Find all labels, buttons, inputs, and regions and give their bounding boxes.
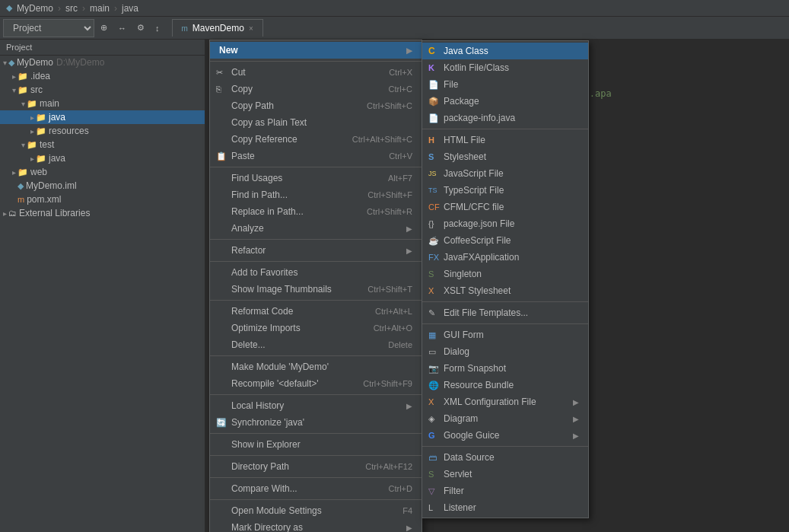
submenu-item-xmlconfig[interactable]: X XML Configuration File ▶ <box>422 393 588 410</box>
menu-item-copyplain[interactable]: Copy as Plain Text <box>210 114 422 131</box>
menu-item-copypath[interactable]: Copy Path Ctrl+Shift+C <box>210 97 422 114</box>
submenu-item-packageinfo-label: package-info.java <box>444 113 515 123</box>
menu-item-replaceinpath[interactable]: Replace in Path... Ctrl+Shift+R <box>210 203 422 220</box>
submenu-item-servlet[interactable]: S Servlet <box>422 466 588 483</box>
submenu-item-kotlinfile-label: Kotlin File/Class <box>444 62 509 73</box>
submenu-sep-2 <box>422 301 588 302</box>
menu-item-modulesettings[interactable]: Open Module Settings F4 <box>210 502 422 519</box>
submenu-item-diagram-label: Diagram <box>444 413 478 424</box>
menu-item-markdirectory[interactable]: Mark Directory as ▶ <box>210 519 422 532</box>
menu-item-localhistory[interactable]: Local History ▶ <box>210 397 422 414</box>
submenu-item-javaclass[interactable]: C Java Class <box>422 43 588 59</box>
submenu-item-guiform[interactable]: ▦ GUI Form <box>422 327 588 343</box>
menu-item-cut[interactable]: ✂ Cut Ctrl+X <box>210 64 422 81</box>
menu-item-recompile-shortcut: Ctrl+Shift+F9 <box>348 379 412 388</box>
submenu-item-javafx[interactable]: FX JavaFXApplication <box>422 249 588 266</box>
menu-item-synchronize[interactable]: 🔄 Synchronize 'java' <box>210 414 422 431</box>
submenu-item-packagejson[interactable]: {} package.json File <box>422 215 588 232</box>
menu-sep-11 <box>210 499 422 500</box>
menu-item-refactor-label: Refactor <box>231 245 266 256</box>
menu-item-addfav[interactable]: Add to Favorites <box>210 264 422 281</box>
menu-item-showinexplorer-label: Show in Explorer <box>231 439 301 450</box>
filter-icon: ▽ <box>428 486 434 496</box>
menu-item-dirpath-label: Directory Path <box>231 461 289 472</box>
submenu-item-packageinfo[interactable]: 📄 package-info.java <box>422 110 588 126</box>
menu-item-copyref-shortcut: Ctrl+Alt+Shift+C <box>337 135 412 144</box>
menu-item-findusages-shortcut: Alt+F7 <box>373 174 412 183</box>
submenu-item-filter-label: Filter <box>444 486 464 496</box>
copy-icon: ⎘ <box>216 84 221 94</box>
submenu-item-resourcebundle[interactable]: 🌐 Resource Bundle <box>422 377 588 393</box>
menu-sep-5 <box>210 300 422 301</box>
listener-icon: L <box>428 503 433 512</box>
menu-item-delete[interactable]: Delete... Delete <box>210 336 422 353</box>
menu-item-analyze[interactable]: Analyze ▶ <box>210 220 422 237</box>
kotlin-icon: K <box>428 63 434 72</box>
menu-item-copy[interactable]: ⎘ Copy Ctrl+C <box>210 81 422 97</box>
submenu-item-htmlfile[interactable]: H HTML File <box>422 132 588 148</box>
menu-item-dirpath[interactable]: Directory Path Ctrl+Alt+F12 <box>210 458 422 475</box>
javaclass-icon: C <box>428 46 435 56</box>
submenu-item-stylesheet[interactable]: S Stylesheet <box>422 148 588 165</box>
menu-item-findinpath[interactable]: Find in Path... Ctrl+Shift+F <box>210 186 422 203</box>
submenu-item-package[interactable]: 📦 Package <box>422 93 588 110</box>
menu-item-findusages[interactable]: Find Usages Alt+F7 <box>210 170 422 186</box>
menu-item-copypath-shortcut: Ctrl+Shift+C <box>352 101 412 110</box>
menu-item-optimize[interactable]: Optimize Imports Ctrl+Alt+O <box>210 320 422 336</box>
menu-item-copyref[interactable]: Copy Reference Ctrl+Alt+Shift+C <box>210 131 422 148</box>
submenu-item-cfml[interactable]: CF CFML/CFC file <box>422 199 588 215</box>
submenu-item-filter[interactable]: ▽ Filter <box>422 483 588 499</box>
submenu-sep-3 <box>422 323 588 324</box>
submenu-item-singleton-label: Singleton <box>444 269 482 279</box>
submenu-item-tsfile-label: TypeScript File <box>444 185 504 196</box>
menu-sep <box>210 61 422 62</box>
menu-item-paste[interactable]: 📋 Paste Ctrl+V <box>210 148 422 164</box>
menu-item-recompile[interactable]: Recompile '<default>' Ctrl+Shift+F9 <box>210 375 422 392</box>
menu-item-dirpath-shortcut: Ctrl+Alt+F12 <box>350 462 412 471</box>
edittemplates-icon: ✎ <box>428 308 435 318</box>
dialog-icon: ▭ <box>428 347 436 357</box>
submenu-item-listener[interactable]: L Listener <box>422 499 588 516</box>
submenu-arrow-google: ▶ <box>573 432 579 440</box>
menu-item-refactor[interactable]: Refactor ▶ <box>210 242 422 259</box>
menu-item-thumbnails[interactable]: Show Image Thumbnails Ctrl+Shift+T <box>210 281 422 298</box>
submenu-item-xslt[interactable]: X XSLT Stylesheet <box>422 282 588 299</box>
menu-item-makemodule[interactable]: Make Module 'MyDemo' <box>210 358 422 375</box>
menu-item-comparewith[interactable]: Compare With... Ctrl+D <box>210 480 422 497</box>
submenu-item-file-label: File <box>444 79 458 90</box>
submenu-item-xmlconfig-label: XML Configuration File <box>444 397 536 407</box>
css-icon: S <box>428 152 434 161</box>
menu-sep-2 <box>210 167 422 167</box>
menu-item-addfav-label: Add to Favorites <box>231 267 297 278</box>
menu-item-modulesettings-label: Open Module Settings <box>231 505 322 516</box>
menu-item-reformat[interactable]: Reformat Code Ctrl+Alt+L <box>210 303 422 320</box>
submenu-arrow-localhistory: ▶ <box>406 402 412 410</box>
submenu-item-googleguice[interactable]: G Google Guice ▶ <box>422 427 588 444</box>
menu-item-thumbnails-label: Show Image Thumbnails <box>231 284 332 295</box>
submenu-item-tsfile[interactable]: TS TypeScript File <box>422 182 588 199</box>
submenu-item-package-label: Package <box>444 96 479 107</box>
submenu-item-formsnapshot[interactable]: 📷 Form Snapshot <box>422 360 588 377</box>
submenu-item-jsfile[interactable]: JS JavaScript File <box>422 165 588 182</box>
json-icon: {} <box>428 219 434 228</box>
menu-item-modulesettings-shortcut: F4 <box>387 506 412 515</box>
submenu-item-coffeescript[interactable]: ☕ CoffeeScript File <box>422 232 588 249</box>
submenu-item-file[interactable]: 📄 File <box>422 76 588 93</box>
submenu-item-dialog[interactable]: ▭ Dialog <box>422 343 588 360</box>
submenu-item-jsfile-label: JavaScript File <box>444 168 504 179</box>
google-icon: G <box>428 431 435 440</box>
submenu-item-edittemplates[interactable]: ✎ Edit File Templates... <box>422 304 588 321</box>
context-menu: New ▶ ✂ Cut Ctrl+X ⎘ Copy Ctrl+C Copy Pa… <box>209 40 422 532</box>
submenu-new: C Java Class K Kotlin File/Class 📄 File … <box>422 40 589 518</box>
menu-item-copy-shortcut: Ctrl+C <box>374 84 412 94</box>
menu-item-showinexplorer[interactable]: Show in Explorer <box>210 436 422 453</box>
submenu-arrow-analyze: ▶ <box>406 225 412 233</box>
submenu-item-diagram[interactable]: ◈ Diagram ▶ <box>422 410 588 427</box>
submenu-arrow-diagram: ▶ <box>573 415 579 423</box>
menu-item-optimize-label: Optimize Imports <box>231 323 301 333</box>
submenu-item-datasource[interactable]: 🗃 Data Source <box>422 449 588 466</box>
menu-item-new[interactable]: New ▶ <box>210 42 422 59</box>
submenu-item-singleton[interactable]: S Singleton <box>422 266 588 282</box>
submenu-item-kotlinfile[interactable]: K Kotlin File/Class <box>422 59 588 76</box>
submenu-item-stylesheet-label: Stylesheet <box>444 151 486 162</box>
